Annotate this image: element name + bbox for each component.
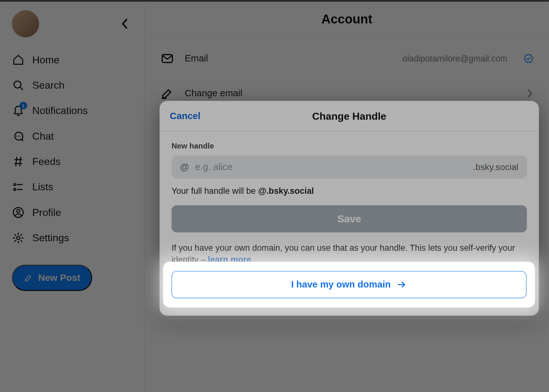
avatar[interactable] xyxy=(12,10,39,37)
nav-home[interactable]: Home xyxy=(12,54,132,66)
nav-label: Feeds xyxy=(32,156,61,168)
new-handle-label: New handle xyxy=(171,142,527,150)
nav-chat[interactable]: Chat xyxy=(12,130,132,142)
handle-input[interactable] xyxy=(195,161,467,173)
svg-point-1 xyxy=(16,136,17,136)
list-icon xyxy=(12,181,25,193)
chevron-left-icon xyxy=(120,18,129,30)
verified-badge-icon xyxy=(524,54,534,64)
profile-icon xyxy=(12,206,25,219)
new-post-button[interactable]: New Post xyxy=(12,265,92,291)
nav-label: Notifications xyxy=(32,105,88,117)
nav-settings[interactable]: Settings xyxy=(12,231,132,244)
svg-point-5 xyxy=(14,188,16,190)
nav-label: Home xyxy=(32,54,60,66)
hashtag-icon xyxy=(12,155,25,168)
svg-point-2 xyxy=(18,136,19,136)
mail-icon xyxy=(160,51,175,66)
nav-label: Settings xyxy=(32,232,69,244)
nav-feeds[interactable]: Feeds xyxy=(12,155,132,168)
handle-input-container[interactable]: @ .bsky.social xyxy=(171,156,527,179)
svg-point-8 xyxy=(17,236,20,239)
email-label: Email xyxy=(185,53,208,64)
search-icon xyxy=(12,79,25,92)
own-domain-panel: I have my own domain xyxy=(163,262,535,307)
arrow-right-icon xyxy=(397,280,407,290)
cancel-button[interactable]: Cancel xyxy=(170,111,201,122)
nav-profile[interactable]: Profile xyxy=(12,206,132,219)
at-symbol: @ xyxy=(180,161,189,173)
nav-label: Search xyxy=(32,79,65,91)
notification-badge: 1 xyxy=(20,102,27,109)
back-button[interactable] xyxy=(117,16,132,31)
full-handle-preview: Your full handle will be @.bsky.social xyxy=(171,186,527,196)
chat-icon xyxy=(12,130,25,142)
own-domain-button[interactable]: I have my own domain xyxy=(171,271,526,298)
svg-point-4 xyxy=(14,184,16,186)
page-title: Account xyxy=(145,2,549,37)
new-post-label: New Post xyxy=(38,272,81,283)
sidebar: Home Search 1 Notifications xyxy=(0,2,144,392)
home-icon xyxy=(12,54,25,66)
save-button[interactable]: Save xyxy=(171,205,527,232)
gear-icon xyxy=(12,231,25,244)
change-email-label: Change email xyxy=(185,88,242,99)
nav-label: Chat xyxy=(32,130,54,142)
nav-lists[interactable]: Lists xyxy=(12,181,132,193)
chevron-right-icon xyxy=(526,88,534,98)
bell-icon: 1 xyxy=(12,104,25,117)
nav-search[interactable]: Search xyxy=(12,79,132,92)
nav-notifications[interactable]: 1 Notifications xyxy=(12,104,132,117)
svg-point-7 xyxy=(17,209,20,212)
nav-label: Profile xyxy=(32,206,61,218)
handle-suffix: .bsky.social xyxy=(473,162,518,172)
email-value: oladipotamilore@gmail.com xyxy=(403,54,507,63)
svg-point-3 xyxy=(20,136,21,136)
compose-icon xyxy=(24,273,33,282)
nav-label: Lists xyxy=(32,181,53,193)
email-row: Email oladipotamilore@gmail.com xyxy=(160,41,534,76)
own-domain-label: I have my own domain xyxy=(291,279,391,290)
modal-title: Change Handle xyxy=(312,110,386,122)
pencil-icon xyxy=(160,86,175,101)
